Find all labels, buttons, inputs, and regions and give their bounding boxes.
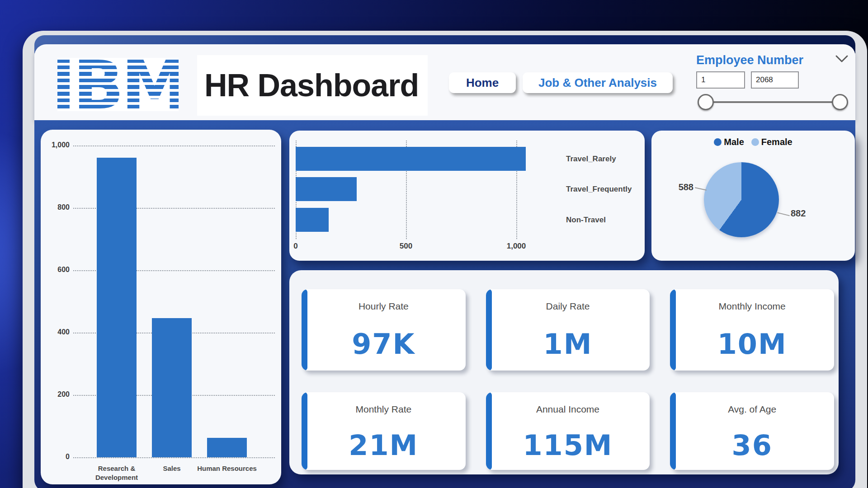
y-axis-label-1000: 1,000: [41, 141, 70, 149]
y-axis-label-800: 800: [41, 203, 70, 211]
kpi-card-monthly-income: Monthly Income 10M: [670, 289, 834, 371]
logo-stripe-gap: [57, 76, 179, 79]
x-axis-label-1000: 1,000: [502, 242, 531, 251]
category-label-non-travel: Non-Travel: [566, 216, 606, 225]
department-bar-chart: 02004006008001,000Research & Development…: [41, 130, 281, 484]
kpi-card-avg-age: Avg. of Age 36: [670, 392, 834, 470]
logo-stripe-gap: [57, 89, 179, 92]
logo-stripe-gap: [57, 82, 179, 85]
legend-item-male[interactable]: Male: [714, 137, 744, 147]
bar-travel-frequently[interactable]: [296, 177, 357, 201]
kpi-title: Daily Rate: [486, 301, 650, 312]
kpi-title: Monthly Income: [670, 301, 834, 312]
ibm-logo: IBM: [57, 58, 179, 111]
kpi-title: Annual Income: [486, 404, 650, 415]
kpi-panel: Hourly Rate 97K Daily Rate 1M Monthly In…: [289, 270, 839, 474]
y-axis-label-0: 0: [41, 453, 70, 461]
y-axis-label-400: 400: [41, 328, 70, 336]
kpi-title: Monthly Rate: [302, 404, 466, 415]
bar-travel-rarely[interactable]: [296, 147, 526, 171]
slicer-slider-track[interactable]: [706, 101, 840, 103]
kpi-value: 10M: [670, 317, 834, 371]
pie-value-male: 882: [791, 208, 818, 219]
gender-pie-chart-card: MaleFemale588882: [651, 131, 855, 261]
logo-stripe-gap: [57, 102, 179, 105]
kpi-card-hourly-rate: Hourly Rate 97K: [302, 289, 466, 371]
kpi-value: 36: [670, 420, 834, 470]
kpi-title: Avg. of Age: [670, 404, 834, 415]
bar-research-development[interactable]: [97, 158, 137, 457]
bar-sales[interactable]: [152, 318, 192, 457]
kpi-value: 1M: [486, 317, 650, 371]
legend-dot-female-icon: [751, 138, 759, 146]
logo-stripe-gap: [57, 69, 179, 72]
nav-button-home[interactable]: Home: [449, 72, 516, 93]
title-box: HR Dashboard: [197, 55, 428, 116]
bar-human-resources[interactable]: [207, 438, 247, 457]
department-bar-chart-card: 02004006008001,000Research & Development…: [41, 130, 281, 484]
x-axis-label-0: 0: [281, 242, 310, 251]
business-travel-bar-chart: 05001,000Travel_RarelyTravel_FrequentlyN…: [289, 131, 645, 261]
x-axis-label-human-resources: Human Resources: [193, 464, 261, 473]
kpi-value: 21M: [302, 420, 466, 470]
slicer-slider-handle-min[interactable]: [698, 94, 714, 110]
pie-value-female: 588: [667, 182, 693, 192]
slicer-title: Employee Number: [696, 53, 803, 67]
page-title: HR Dashboard: [204, 67, 419, 103]
category-label-travel-rarely: Travel_Rarely: [566, 155, 616, 164]
gender-pie-chart: MaleFemale588882: [651, 131, 855, 261]
gridline-y-1000: [73, 145, 275, 146]
category-label-travel-frequently: Travel_Frequently: [566, 185, 632, 194]
kpi-card-annual-income: Annual Income 115M: [486, 392, 650, 470]
kpi-title: Hourly Rate: [302, 301, 466, 312]
legend-dot-male-icon: [714, 138, 722, 146]
bar-non-travel[interactable]: [296, 208, 329, 232]
kpi-card-monthly-rate: Monthly Rate 21M: [302, 392, 466, 470]
legend-label-female: Female: [761, 137, 793, 147]
kpi-card-daily-rate: Daily Rate 1M: [486, 289, 650, 371]
dashboard-stage: IBM HR Dashboard Home Job & Other Analys…: [0, 0, 868, 488]
logo-stripe-gap: [57, 96, 179, 99]
slicer-slider-handle-max[interactable]: [832, 94, 848, 110]
slicer-range-from-input[interactable]: [696, 71, 745, 89]
pie-legend: MaleFemale: [651, 137, 855, 147]
gridline-y-0: [73, 457, 275, 458]
pie-employees-by-gender[interactable]: [704, 162, 779, 237]
logo-stripe-gap: [57, 63, 179, 66]
nav-button-job-other-analysis[interactable]: Job & Other Analysis: [523, 72, 673, 93]
slicer-range-to-input[interactable]: [751, 71, 799, 89]
pie-leader-line: [777, 212, 790, 216]
pie-leader-line: [695, 187, 707, 190]
chevron-down-icon[interactable]: [835, 53, 849, 64]
legend-item-female[interactable]: Female: [751, 137, 793, 147]
x-axis-label-500: 500: [392, 242, 420, 251]
y-axis-label-200: 200: [41, 390, 70, 399]
business-travel-bar-chart-card: 05001,000Travel_RarelyTravel_FrequentlyN…: [289, 131, 645, 261]
legend-label-male: Male: [724, 137, 744, 147]
kpi-value: 115M: [486, 420, 650, 470]
y-axis-label-600: 600: [41, 266, 70, 274]
kpi-value: 97K: [302, 317, 466, 371]
